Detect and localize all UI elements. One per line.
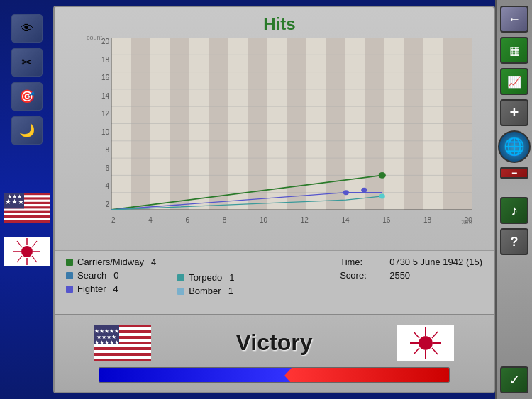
- search-dot: [66, 272, 73, 279]
- time-label: Time:: [340, 257, 382, 267]
- victory-bar: [99, 367, 450, 383]
- svg-point-11: [21, 246, 33, 257]
- score-label: Score:: [340, 270, 382, 281]
- legend-section: Carriers/Midway 4 Search 0 Fighter 4: [66, 257, 156, 294]
- svg-rect-60: [94, 350, 151, 353]
- victory-flags-row: ★★★★★ ★★★★ ★★★★★ Victory: [55, 325, 494, 361]
- legend-fighter: Fighter 4: [66, 283, 156, 294]
- music-button[interactable]: ♪: [500, 197, 528, 224]
- bar-chart-button[interactable]: ▦: [500, 37, 528, 64]
- search-value: 0: [113, 270, 118, 281]
- us-flag-icon: ★★★ ★★★: [4, 193, 50, 223]
- legend-search: Search 0: [66, 270, 156, 281]
- check-button[interactable]: ✓: [500, 366, 528, 393]
- svg-rect-6: [4, 218, 50, 220]
- chart-area: Hits count 2 4 6 8 10 12 14 16 18 20: [55, 7, 494, 250]
- x-axis-labels: 2 4 6 8 10 12 14 16 18 20 turn: [111, 210, 472, 224]
- left-sidebar: 👁 ✂ 🎯 🌙 ★★★ ★★★: [0, 0, 53, 399]
- svg-point-67: [419, 336, 433, 350]
- help-button[interactable]: ?: [500, 228, 528, 255]
- carriers-value: 4: [151, 257, 156, 267]
- main-content: Hits count 2 4 6 8 10 12 14 16 18 20: [53, 6, 495, 393]
- chart-container: count 2 4 6 8 10 12 14 16 18 20: [87, 38, 472, 224]
- stats-section: Time: 0730 5 June 1942 (15) Score: 2550: [340, 257, 482, 281]
- fighter-value: 4: [113, 283, 118, 294]
- time-row: Time: 0730 5 June 1942 (15): [340, 257, 482, 267]
- bar-red: [292, 368, 449, 382]
- y-axis-labels: 2 4 6 8 10 12 14 16 18 20: [87, 38, 111, 210]
- globe-icon: 🌐: [504, 137, 525, 157]
- svg-point-53: [361, 188, 367, 193]
- torpedo-value: 1: [229, 272, 234, 283]
- us-flag-victory: ★★★★★ ★★★★ ★★★★★: [94, 325, 151, 361]
- moon-button[interactable]: 🌙: [11, 116, 43, 145]
- chart-title: Hits: [87, 14, 472, 34]
- svg-text:★★★★★: ★★★★★: [94, 339, 119, 346]
- back-icon: ←: [508, 12, 521, 27]
- line-chart-icon: 📈: [507, 75, 521, 89]
- x-axis-label: turn: [461, 218, 472, 225]
- jp-flag-button[interactable]: [4, 237, 50, 269]
- bomber-dot: [177, 288, 184, 295]
- score-value: 2550: [389, 270, 410, 281]
- plus-button[interactable]: +: [500, 99, 528, 126]
- target-button[interactable]: 🎯: [11, 82, 43, 111]
- info-panel: Carriers/Midway 4 Search 0 Fighter 4 Tor…: [55, 250, 494, 314]
- music-icon: ♪: [511, 203, 518, 219]
- search-label: Search: [77, 270, 106, 281]
- carriers-label: Carriers/Midway: [77, 257, 144, 267]
- globe-button[interactable]: 🌐: [498, 130, 531, 163]
- svg-text:★★★: ★★★: [6, 193, 21, 200]
- us-flag-button[interactable]: ★★★ ★★★: [4, 193, 50, 225]
- bomber-value: 1: [228, 286, 233, 296]
- legend-section-2: Torpedo 1 Bomber 1: [177, 257, 234, 296]
- target-icon: 🎯: [19, 89, 35, 104]
- chart-svg: [111, 38, 472, 210]
- jp-flag-victory: [397, 325, 454, 361]
- bar-blue: [99, 368, 292, 382]
- tools-button[interactable]: ✂: [11, 48, 43, 77]
- torpedo-dot: [177, 274, 184, 281]
- back-button[interactable]: ←: [500, 6, 528, 33]
- svg-point-52: [343, 190, 349, 195]
- bomber-label: Bomber: [189, 286, 221, 296]
- svg-point-51: [379, 172, 386, 179]
- victory-text: Victory: [236, 330, 313, 356]
- check-icon: ✓: [509, 371, 521, 388]
- fighter-dot: [66, 286, 73, 293]
- torpedo-label: Torpedo: [189, 272, 222, 283]
- score-row: Score: 2550: [340, 270, 482, 281]
- svg-rect-4: [4, 208, 50, 210]
- svg-point-54: [379, 193, 385, 198]
- tools-icon: ✂: [21, 55, 32, 70]
- jp-flag-icon: [4, 237, 50, 266]
- legend-torpedo: Torpedo 1: [177, 272, 234, 283]
- fighter-label: Fighter: [77, 283, 106, 294]
- victory-section: ★★★★★ ★★★★ ★★★★★ Victory: [55, 314, 494, 392]
- legend-bomber: Bomber 1: [177, 286, 234, 296]
- svg-rect-5: [4, 213, 50, 215]
- minus-icon: −: [511, 167, 517, 179]
- minus-button[interactable]: −: [500, 167, 528, 179]
- eye-button[interactable]: 👁: [11, 14, 43, 43]
- plus-icon: +: [510, 103, 519, 122]
- moon-icon: 🌙: [19, 123, 35, 138]
- legend-carriers: Carriers/Midway 4: [66, 257, 156, 267]
- right-sidebar: ← ▦ 📈 + 🌐 − ♪ ? ✓: [495, 0, 532, 399]
- time-value: 0730 5 June 1942 (15): [389, 257, 482, 267]
- help-icon: ?: [511, 235, 519, 249]
- svg-rect-61: [94, 356, 151, 359]
- carriers-dot: [66, 259, 73, 266]
- bar-chart-icon: ▦: [509, 44, 520, 57]
- eye-icon: 👁: [21, 21, 33, 36]
- line-chart-button[interactable]: 📈: [500, 68, 528, 95]
